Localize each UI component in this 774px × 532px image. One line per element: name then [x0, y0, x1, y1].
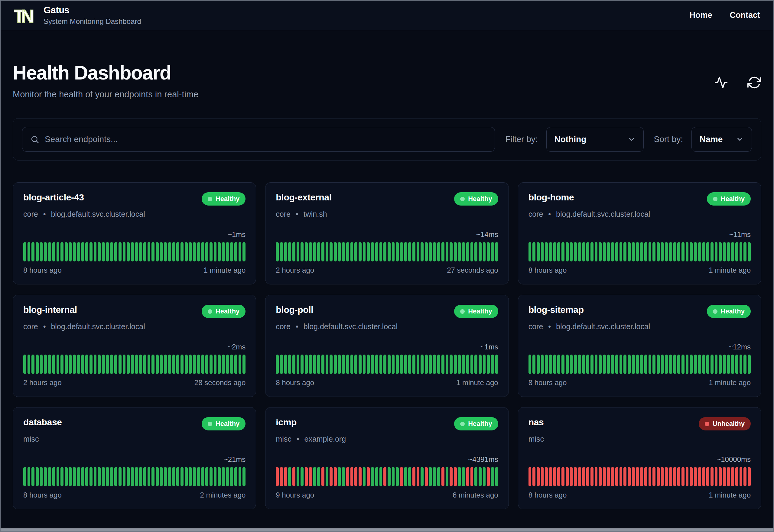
uptime-bar[interactable]: [81, 467, 84, 486]
uptime-bar[interactable]: [48, 355, 51, 374]
uptime-bar[interactable]: [400, 355, 403, 374]
uptime-bar[interactable]: [578, 355, 581, 374]
uptime-bar[interactable]: [222, 467, 225, 486]
uptime-bar[interactable]: [330, 355, 333, 374]
uptime-bar[interactable]: [230, 242, 233, 261]
uptime-bar[interactable]: [226, 242, 229, 261]
uptime-bars[interactable]: [276, 355, 498, 374]
uptime-bar[interactable]: [611, 355, 614, 374]
uptime-bar[interactable]: [611, 242, 614, 261]
uptime-bar[interactable]: [226, 355, 229, 374]
uptime-bar[interactable]: [615, 467, 618, 486]
uptime-bar[interactable]: [669, 242, 672, 261]
uptime-bar[interactable]: [65, 242, 68, 261]
uptime-bar[interactable]: [201, 355, 204, 374]
uptime-bar[interactable]: [628, 242, 631, 261]
endpoint-card[interactable]: database Healthy misc • ~21ms 8 hours ag…: [13, 407, 256, 509]
uptime-bar[interactable]: [371, 355, 374, 374]
uptime-bar[interactable]: [23, 467, 26, 486]
search-input[interactable]: [45, 135, 487, 144]
uptime-bar[interactable]: [69, 355, 72, 374]
uptime-bar[interactable]: [139, 242, 142, 261]
uptime-bar[interactable]: [222, 355, 225, 374]
uptime-bar[interactable]: [363, 467, 366, 486]
uptime-bar[interactable]: [226, 467, 229, 486]
uptime-bar[interactable]: [450, 355, 453, 374]
uptime-bar[interactable]: [234, 467, 237, 486]
uptime-bar[interactable]: [727, 467, 730, 486]
uptime-bar[interactable]: [94, 467, 97, 486]
uptime-bar[interactable]: [702, 242, 705, 261]
uptime-bar[interactable]: [748, 242, 751, 261]
uptime-bar[interactable]: [483, 467, 486, 486]
uptime-bar[interactable]: [375, 242, 378, 261]
uptime-bar[interactable]: [57, 242, 60, 261]
uptime-bar[interactable]: [193, 355, 196, 374]
uptime-bars[interactable]: [528, 242, 751, 261]
uptime-bar[interactable]: [205, 242, 208, 261]
uptime-bar[interactable]: [677, 242, 680, 261]
uptime-bar[interactable]: [396, 355, 399, 374]
uptime-bar[interactable]: [603, 242, 606, 261]
uptime-bar[interactable]: [495, 467, 498, 486]
uptime-bar[interactable]: [578, 467, 581, 486]
uptime-bar[interactable]: [586, 355, 589, 374]
uptime-bar[interactable]: [330, 467, 333, 486]
uptime-bar[interactable]: [640, 355, 643, 374]
uptime-bar[interactable]: [85, 467, 88, 486]
uptime-bar[interactable]: [715, 467, 718, 486]
uptime-bar[interactable]: [657, 467, 660, 486]
uptime-bar[interactable]: [143, 355, 146, 374]
uptime-bar[interactable]: [297, 467, 300, 486]
uptime-bar[interactable]: [36, 355, 39, 374]
uptime-bar[interactable]: [346, 242, 349, 261]
uptime-bar[interactable]: [301, 355, 304, 374]
uptime-bar[interactable]: [69, 242, 72, 261]
uptime-bar[interactable]: [218, 355, 221, 374]
uptime-bar[interactable]: [611, 467, 614, 486]
uptime-bar[interactable]: [346, 467, 349, 486]
uptime-bar[interactable]: [292, 355, 295, 374]
uptime-bars[interactable]: [528, 467, 751, 486]
uptime-bar[interactable]: [603, 467, 606, 486]
uptime-bar[interactable]: [313, 467, 316, 486]
uptime-bar[interactable]: [73, 355, 76, 374]
uptime-bar[interactable]: [119, 467, 122, 486]
uptime-bar[interactable]: [545, 355, 548, 374]
uptime-bar[interactable]: [305, 467, 308, 486]
uptime-bar[interactable]: [330, 242, 333, 261]
uptime-bar[interactable]: [280, 355, 283, 374]
uptime-bar[interactable]: [342, 467, 345, 486]
uptime-bar[interactable]: [636, 242, 639, 261]
uptime-bar[interactable]: [102, 355, 105, 374]
uptime-bar[interactable]: [690, 242, 693, 261]
uptime-bar[interactable]: [31, 242, 34, 261]
uptime-bar[interactable]: [214, 467, 217, 486]
uptime-bar[interactable]: [466, 467, 469, 486]
uptime-bar[interactable]: [649, 355, 652, 374]
uptime-bar[interactable]: [148, 467, 151, 486]
uptime-bar[interactable]: [36, 467, 39, 486]
uptime-bar[interactable]: [234, 242, 237, 261]
uptime-bar[interactable]: [574, 242, 577, 261]
uptime-bar[interactable]: [723, 242, 726, 261]
uptime-bar[interactable]: [180, 242, 184, 261]
uptime-bar[interactable]: [44, 467, 47, 486]
uptime-bar[interactable]: [706, 355, 709, 374]
uptime-bar[interactable]: [628, 355, 631, 374]
uptime-bar[interactable]: [644, 355, 647, 374]
uptime-bar[interactable]: [354, 242, 357, 261]
uptime-bar[interactable]: [288, 355, 291, 374]
uptime-bar[interactable]: [640, 467, 643, 486]
uptime-bar[interactable]: [379, 242, 382, 261]
uptime-bar[interactable]: [127, 467, 130, 486]
uptime-bar[interactable]: [649, 467, 652, 486]
uptime-bar[interactable]: [446, 242, 449, 261]
uptime-bar[interactable]: [495, 355, 498, 374]
uptime-bar[interactable]: [715, 242, 718, 261]
uptime-bar[interactable]: [313, 355, 316, 374]
uptime-bar[interactable]: [561, 355, 564, 374]
uptime-bar[interactable]: [623, 355, 626, 374]
uptime-bar[interactable]: [740, 242, 743, 261]
uptime-bar[interactable]: [595, 355, 598, 374]
